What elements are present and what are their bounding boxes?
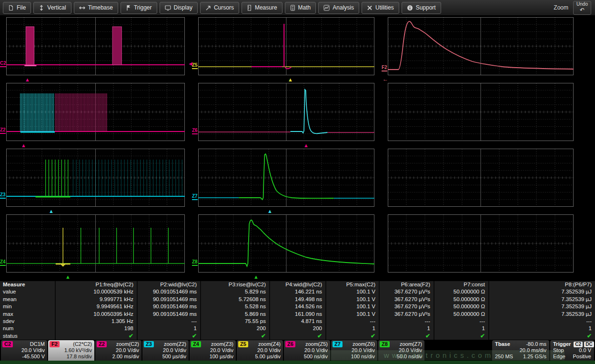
z7-zoom-position-marker[interactable]: ▲ [267,209,272,214]
measure-column-header: P7:const [434,281,488,288]
menu-button-label: Math [298,4,311,11]
menu-button-measure[interactable]: Measure [242,2,282,14]
waveform-panel-c2[interactable]: C2 ▲ ◀ [0,17,192,83]
menu-button-analysis[interactable]: Analysis [318,2,359,14]
measure-cell: ✔ [325,333,379,340]
waveform-panel-z7[interactable]: Z7 ▲ [192,149,382,214]
z6-trace-svg [198,83,374,141]
measure-cell: --- [325,318,379,325]
menu-button-file[interactable]: File [3,2,31,14]
status-check-icon: ✔ [192,333,197,339]
measure-cell: 5.869 ns [200,311,269,318]
waveform-panel-empty-1[interactable] [382,83,581,149]
measure-cell: --- [434,318,488,325]
descriptor-z2-line2: 20.0 V/div [98,347,139,354]
measure-cell: 100.1 V [325,296,379,303]
status-check-icon: ✔ [371,333,375,339]
z7-trace-svg [198,149,374,207]
timebase-icon [79,5,85,11]
display-icon [165,5,171,11]
measure-row-label: value [0,288,55,295]
measure-cell: 100.1 V [325,311,379,318]
trigger-coupling-badge: DC [584,342,594,347]
waveform-panel-empty-2[interactable] [382,149,581,214]
descriptor-z5[interactable]: Z5zoom(Z4)20.0 V/div5.00 µs/div [237,340,283,361]
menu-button-vertical[interactable]: Vertical [33,2,71,14]
menu-button-label: File [17,4,26,11]
waveform-panel-z5[interactable]: Z5 ▲ [192,17,382,83]
descriptor-z8[interactable]: Z8zoom(Z7)20.0 V/div50.0 ns/div [378,340,424,361]
measure-cell: --- [137,318,200,325]
z4-zoom-position-marker[interactable]: ▲ [65,274,71,280]
menu-button-trigger[interactable]: Trigger [121,2,157,14]
measure-cell: 5.829 ns [200,288,269,295]
z6-zoom-position-marker[interactable]: ▲ [303,143,309,148]
measure-cell: 90.091051469 ms [137,296,200,303]
descriptor-z5-line2: 20.0 V/div [239,347,281,354]
waveform-panel-z4[interactable]: Z4 ▲ [0,214,192,280]
menu-button-cursors[interactable]: Cursors [200,2,239,14]
descriptor-z6-line3: 500 ns/div [286,354,328,360]
z3-zoom-position-marker[interactable]: ▲ [49,209,54,214]
waveform-panel-z3[interactable]: Z3 ▲ [0,149,192,214]
descriptor-z7[interactable]: Z7zoom(Z6)20.0 V/div100 ns/div [331,340,377,361]
menu-button-math[interactable]: Math [285,2,316,14]
measure-row-label: max [0,311,55,318]
descriptor-c2[interactable]: C2DC1M20.0 V/div-45.500 V [1,340,47,361]
measure-cell: ✔ [488,333,595,340]
menu-button-display[interactable]: Display [160,2,198,14]
measure-cell: ✔ [137,333,200,340]
menu-button-timebase[interactable]: Timebase [74,2,118,14]
measure-column-header: P1:freq@lv(C2) [55,281,137,288]
descriptor-z8-line2: 20.0 V/div [381,347,422,354]
descriptor-f2[interactable]: F2(C2*C2)1.60 kV²/div17.8 ns/div [48,340,94,361]
measure-column-header: P8:(P6/P7) [488,281,595,288]
status-check-icon: ✔ [317,333,322,339]
z4-channel-label: Z4 [0,260,6,266]
waveform-panel-z6[interactable]: Z6 ▲ [192,83,382,149]
c2-trigger-time-marker[interactable]: ▲ [25,77,30,82]
waveform-panel-z2[interactable]: Z2 ▲ [0,83,192,149]
descriptor-z5-line3: 5.00 µs/div [239,354,281,360]
menu-button-label: Vertical [47,4,66,11]
descriptor-z4[interactable]: Z4zoom(Z3)20.0 V/div100 µs/div [190,340,236,361]
z2-zoom-position-marker[interactable]: ▲ [21,143,26,148]
measure-cell: 1 [488,325,595,332]
menu-button-utilities[interactable]: Utilities [362,2,399,14]
cursors-icon [205,5,211,11]
trigger-slope: Positive [573,354,591,360]
z2-trace-svg [6,83,185,141]
measure-cell: 5.72608 ns [200,296,269,303]
analysis-icon [323,5,330,11]
trigger-mode: Stop [553,347,564,354]
trigger-descriptor[interactable]: Trigger C2 DC Stop 0.0 V Edge Positive [550,340,594,361]
timebase-descriptor[interactable]: Tbase -80.0 ms 20.0 ms/div 250 MS 1.25 G… [492,340,549,361]
menu-button-label: Display [174,4,192,11]
measure-cell: 1 [434,325,488,332]
undo-button[interactable]: Undo ↶ [573,1,591,15]
z3-trace-svg [6,149,185,207]
descriptor-z3-line2: 20.0 V/div [145,347,186,354]
measure-row-label: min [0,303,55,310]
tbase-label: Tbase [495,341,510,347]
descriptor-z6[interactable]: Z6zoom(Z5)20.0 V/div500 ns/div [284,340,330,361]
waveform-panel-z8[interactable]: Z8 ▲ [192,214,382,280]
empty-grid-svg-3 [388,214,574,273]
descriptor-f2-line2: 1.60 kV²/div [50,347,92,354]
measure-cell: 100.1 V [325,303,379,310]
measure-cell: 4.871 ns [269,318,325,325]
z8-zoom-position-marker[interactable]: ▲ [253,274,259,280]
measure-cell: ✔ [434,333,488,340]
c2-trace-svg [6,17,185,75]
math-icon [290,5,295,11]
z5-zoom-position-marker[interactable]: ▲ [288,77,293,82]
descriptor-z3[interactable]: Z3zoom(Z2)20.0 V/div500 µs/div [142,340,189,361]
empty-grid-svg-1 [388,83,574,141]
menu-button-support[interactable]: Support [402,2,441,14]
channel-badge-z4: Z4 [191,341,201,347]
measure-icon [247,5,252,11]
waveform-panel-empty-3[interactable] [382,214,581,280]
descriptor-z2[interactable]: Z2zoom(C2)20.0 V/div2.00 ms/div [95,340,141,361]
descriptor-z8-line3: 50.0 ns/div [381,354,422,360]
waveform-panel-f2[interactable]: F2 ← [382,17,581,83]
